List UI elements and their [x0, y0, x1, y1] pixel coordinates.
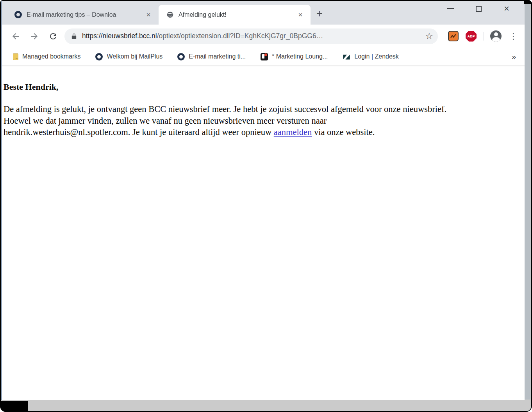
tab-title: E-mail marketing tips – Downloa: [27, 11, 141, 18]
message-line-3-before: hendrik.westerhuis@nl.spotler.com. Je ku…: [4, 127, 274, 137]
address-bar[interactable]: https://nieuwsbrief.bcc.nl/optiext/optie…: [64, 28, 438, 44]
page-content: Beste Hendrik, De afmelding is gelukt, j…: [2, 66, 525, 400]
greeting-text: Beste Hendrik,: [4, 82, 521, 92]
bookmark-welkom-bij-mailplus[interactable]: Welkom bij MailPlus: [95, 53, 162, 60]
new-tab-button[interactable]: +: [313, 8, 326, 21]
lock-icon[interactable]: [71, 32, 77, 40]
spotler-logo-icon: [177, 53, 185, 60]
toolbar-divider: [484, 32, 484, 41]
bookmarks-overflow-chevron[interactable]: »: [509, 52, 518, 61]
toolbar-icon-cluster: ABP ⋮: [448, 30, 519, 42]
aanmelden-link[interactable]: aanmelden: [274, 127, 312, 137]
reload-icon: [48, 32, 58, 41]
frame-bottom-left-block: [0, 401, 28, 412]
globe-icon: [166, 11, 174, 18]
forward-arrow-icon: [30, 32, 39, 41]
spotler-logo-icon: [14, 11, 22, 18]
chrome-menu-button[interactable]: ⋮: [508, 30, 519, 42]
bookmark-marketing-lounge[interactable]: * Marketing Loung...: [261, 53, 328, 60]
desktop-right-strip: [525, 4, 530, 400]
bookmark-managed-bookmarks[interactable]: Managed bookmarks: [13, 53, 80, 60]
browser-window: E-mail marketing tips – Downloa × Afmeld…: [1, 1, 525, 400]
maximize-button[interactable]: [464, 1, 493, 16]
close-icon: ×: [504, 4, 509, 13]
message-line-3: hendrik.westerhuis@nl.spotler.com. Je ku…: [4, 126, 521, 138]
analytics-extension-icon: [448, 31, 459, 41]
tab-email-marketing-tips[interactable]: E-mail marketing tips – Downloa ×: [7, 5, 159, 25]
close-icon[interactable]: ×: [296, 10, 305, 20]
tab-afmelding-gelukt[interactable]: Afmelding gelukt! ×: [159, 5, 311, 25]
url-path: /optiext/optiextension.dll?ID=KghKcKjG7g…: [157, 32, 323, 40]
reload-button[interactable]: [46, 29, 61, 44]
tab-strip: E-mail marketing tips – Downloa × Afmeld…: [2, 1, 525, 25]
adblock-plus-icon: ABP: [466, 31, 477, 42]
message-line-1: De afmelding is gelukt, je ontvangt geen…: [4, 103, 521, 115]
adblock-plus-extension-button[interactable]: ABP: [466, 31, 477, 42]
bookmark-label: Login | Zendesk: [354, 53, 399, 60]
screenshot-frame: E-mail marketing tips – Downloa × Afmeld…: [0, 0, 532, 412]
back-button[interactable]: [8, 29, 23, 44]
minimize-button[interactable]: [436, 1, 464, 16]
close-window-button[interactable]: ×: [493, 1, 521, 16]
bookmark-label: Welkom bij MailPlus: [107, 53, 162, 60]
bookmark-star-icon[interactable]: ☆: [425, 32, 433, 41]
bookmark-label: * Marketing Loung...: [272, 53, 328, 60]
bookmarks-bar: Managed bookmarks Welkom bij MailPlus E-…: [2, 48, 525, 66]
spotler-logo-icon: [95, 53, 103, 60]
message-line-3-after: via onze website.: [312, 127, 375, 137]
bookmark-label: E-mail marketing ti...: [189, 53, 246, 60]
window-controls: ×: [436, 1, 521, 16]
maximize-icon: [476, 6, 482, 12]
profile-avatar-button[interactable]: [490, 30, 502, 42]
back-arrow-icon: [11, 32, 20, 41]
bookmark-label: Managed bookmarks: [22, 53, 80, 60]
analytics-extension-button[interactable]: [448, 31, 459, 41]
minimize-icon: [447, 8, 454, 9]
bookmark-login-zendesk[interactable]: Login | Zendesk: [343, 53, 399, 60]
close-icon[interactable]: ×: [144, 10, 153, 20]
bookmark-email-marketing-tips[interactable]: E-mail marketing ti...: [177, 53, 246, 60]
marketing-lounge-icon: [261, 53, 268, 60]
url-text: https://nieuwsbrief.bcc.nl/optiext/optie…: [82, 32, 422, 40]
tab-title: Afmelding gelukt!: [179, 11, 293, 18]
browser-toolbar: https://nieuwsbrief.bcc.nl/optiext/optie…: [2, 25, 525, 48]
frame-corner-notch: [524, 0, 532, 4]
url-domain: https://nieuwsbrief.bcc.nl: [82, 32, 157, 40]
zendesk-icon: [343, 53, 350, 60]
unsubscribe-message: De afmelding is gelukt, je ontvangt geen…: [4, 103, 521, 138]
folder-icon: [13, 53, 18, 60]
message-line-2: Hoewel we dat jammer vinden, zullen we v…: [4, 115, 521, 127]
forward-button[interactable]: [27, 29, 42, 44]
